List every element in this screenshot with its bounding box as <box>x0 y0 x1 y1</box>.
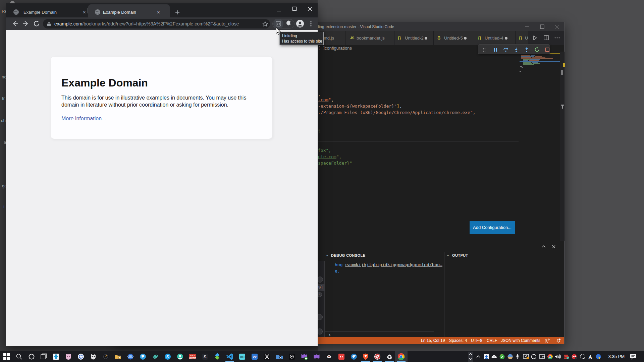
tray-bubble-icon[interactable] <box>530 351 538 362</box>
output-chevron-icon[interactable]: ⌄ <box>446 253 449 257</box>
app-pink-creature[interactable] <box>62 351 75 362</box>
split-editor-icon[interactable] <box>543 35 549 41</box>
console-prompt[interactable]: › <box>328 332 331 338</box>
tray-obs-icon[interactable] <box>579 351 587 362</box>
profile-avatar[interactable] <box>296 20 304 27</box>
pause-icon[interactable] <box>493 47 498 52</box>
step-into-icon[interactable] <box>514 47 519 52</box>
app-chat[interactable] <box>137 351 149 362</box>
step-over-icon[interactable] <box>503 47 508 52</box>
editor-tab-Untitled-2[interactable]: {}Untitled-2 <box>394 31 434 45</box>
tray-scroll-icon[interactable] <box>467 351 475 362</box>
drag-grip-icon[interactable] <box>482 47 488 52</box>
app-x[interactable] <box>261 351 273 362</box>
debug-toolbar[interactable] <box>478 44 550 54</box>
app-teal-bird[interactable] <box>149 351 162 362</box>
tray-network-icon[interactable] <box>538 351 546 362</box>
chrome-tab-1[interactable]: Example Domain ✕ <box>9 4 87 17</box>
app-cat[interactable] <box>87 351 100 362</box>
app-no-sign[interactable] <box>371 351 384 362</box>
app-blue-plus[interactable] <box>50 351 62 362</box>
app-camera-dark[interactable] <box>286 351 298 362</box>
url-text[interactable]: example.com/bookmarks/ddd/new?url=https%… <box>54 21 239 26</box>
app-bluestacks[interactable] <box>211 351 224 362</box>
new-tab-button[interactable] <box>174 9 181 16</box>
tab-close-icon[interactable]: ✕ <box>157 10 160 14</box>
start-button[interactable] <box>1 351 13 362</box>
app-eye-dark[interactable] <box>323 351 335 362</box>
app-globe[interactable] <box>124 351 137 362</box>
extensions-puzzle-icon[interactable] <box>286 20 292 27</box>
app-skype[interactable]: S <box>162 351 174 362</box>
restart-icon[interactable] <box>534 47 540 52</box>
app-vs-purple[interactable] <box>311 351 323 362</box>
tab-close-icon[interactable]: ✕ <box>83 10 86 14</box>
app-vscode[interactable] <box>224 351 236 362</box>
back-icon[interactable] <box>9 17 21 30</box>
debug-console-header[interactable]: DEBUG CONSOLE <box>331 253 365 257</box>
app-teal-person[interactable] <box>174 351 186 362</box>
tray-tortoise-icon[interactable] <box>498 351 506 362</box>
more-information-link[interactable]: More information... <box>61 116 106 122</box>
url-bar[interactable]: example.com/bookmarks/ddd/new?url=https%… <box>43 19 270 28</box>
tray-chrome-icon[interactable] <box>546 351 554 362</box>
search-icon[interactable] <box>13 351 25 362</box>
chrome-tab-2-active[interactable]: Example Domain ✕ <box>88 4 170 17</box>
app-folder-tux[interactable] <box>273 351 286 362</box>
app-thunderbird[interactable] <box>348 351 360 362</box>
app-s-dark[interactable]: S <box>199 351 211 362</box>
app-voicemeeter[interactable]: VOICEMEETER <box>186 351 199 362</box>
notifications-bell-icon[interactable] <box>556 338 561 343</box>
status-item[interactable]: Ln 15, Col 19 <box>421 338 445 343</box>
panel-maximize-icon[interactable] <box>541 244 546 249</box>
chrome-close-button[interactable] <box>305 6 315 13</box>
run-icon[interactable] <box>532 35 538 41</box>
reload-icon[interactable] <box>31 17 42 30</box>
tray-a-icon[interactable]: A <box>586 351 594 362</box>
bookmark-star-icon[interactable] <box>262 21 268 27</box>
output-header[interactable]: OUTPUT <box>452 253 468 257</box>
app-settings-gear[interactable] <box>383 351 396 362</box>
tray-onedrive-icon[interactable] <box>490 351 498 362</box>
app-sync[interactable] <box>75 351 87 362</box>
dirty-indicator[interactable] <box>425 37 427 40</box>
editor-tab-Untitled-5[interactable]: {}Untitled-5 <box>434 31 474 45</box>
status-item[interactable]: Spaces: 4 <box>449 338 467 343</box>
app-chrome[interactable] <box>395 351 408 362</box>
editor-tab-Untitled-4[interactable]: {}Untitled-4 <box>474 31 516 45</box>
app-v2[interactable]: V2 <box>249 351 261 362</box>
feedback-icon[interactable] <box>545 338 550 343</box>
vscode-close-button[interactable] <box>549 22 564 31</box>
app-red-arrows[interactable] <box>335 351 348 362</box>
tray-blue-dot-icon[interactable] <box>594 351 602 362</box>
step-out-icon[interactable] <box>524 47 529 52</box>
panel-close-icon[interactable] <box>551 244 556 249</box>
console-link[interactable]: eaomkijhjlgbipidkipgnmagdgpnmfpd/boo… <box>345 262 442 267</box>
app-brave[interactable] <box>360 351 372 362</box>
status-item[interactable]: JSON with Comments <box>501 338 540 343</box>
task-view-icon[interactable] <box>38 351 50 362</box>
tray-mic-icon[interactable] <box>514 351 522 362</box>
tray-sphere-icon[interactable] <box>506 351 514 362</box>
vscode-maximize-button[interactable] <box>535 22 549 31</box>
forward-icon[interactable] <box>20 17 32 30</box>
chrome-minimize-button[interactable] <box>274 6 284 13</box>
dirty-indicator[interactable] <box>505 37 507 40</box>
vscode-minimize-button[interactable] <box>520 22 535 31</box>
chrome-maximize-button[interactable] <box>290 6 299 13</box>
tray-download-icon[interactable] <box>482 351 490 362</box>
stop-icon[interactable] <box>545 47 550 52</box>
app-dc[interactable]: DC <box>236 351 249 362</box>
chrome-menu-icon[interactable] <box>309 21 313 27</box>
debug-console-chevron-icon[interactable]: ⌄ <box>326 253 329 257</box>
app-vs-green[interactable] <box>298 351 311 362</box>
add-configuration-button[interactable]: Add Configuration... <box>470 221 515 234</box>
cortana-icon[interactable] <box>25 351 38 362</box>
tray-cast-icon[interactable] <box>522 351 530 362</box>
app-folder-pen[interactable] <box>112 351 124 362</box>
notification-icon[interactable] <box>629 351 637 362</box>
dirty-indicator[interactable] <box>464 37 467 40</box>
scrollbar-thumb[interactable] <box>561 70 563 75</box>
taskbar-clock[interactable]: 3:35 PM <box>606 354 627 359</box>
tray-mega-icon[interactable] <box>570 351 578 362</box>
